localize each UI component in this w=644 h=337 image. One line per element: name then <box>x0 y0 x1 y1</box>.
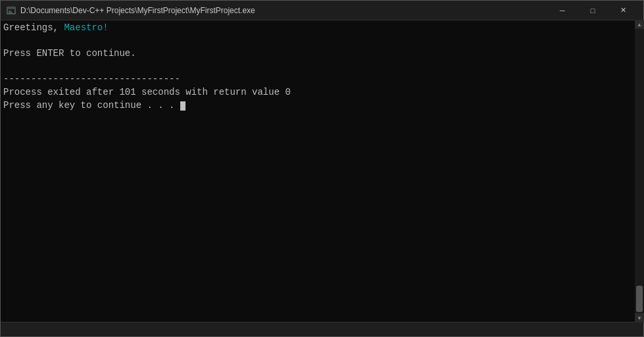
titlebar: D:\Documents\Dev-C++ Projects\MyFirstPro… <box>1 1 643 20</box>
separator-line: -------------------------------- <box>3 73 641 86</box>
console-output: Greetings, Maestro! Press ENTER to conti… <box>1 20 643 322</box>
scrollbar-thumb[interactable] <box>636 286 643 312</box>
svg-rect-1 <box>7 7 15 9</box>
cursor <box>180 101 186 111</box>
window-icon <box>6 5 16 16</box>
minimize-button[interactable]: ─ <box>547 1 578 20</box>
press-any-key-line: Press any key to continue . . . <box>3 99 641 113</box>
console-window: D:\Documents\Dev-C++ Projects\MyFirstPro… <box>0 0 644 337</box>
close-button[interactable]: ✕ <box>608 1 638 20</box>
scrollbar[interactable]: ▲ ▼ <box>635 20 644 323</box>
press-enter-line: Press ENTER to continue. <box>3 47 641 61</box>
window-controls: ─ □ ✕ <box>547 1 638 20</box>
maximize-button[interactable]: □ <box>578 1 608 20</box>
scrollbar-down-arrow[interactable]: ▼ <box>635 313 644 323</box>
statusbar <box>1 322 643 336</box>
greeting-line: Greetings, Maestro! <box>3 22 641 35</box>
greeting-name: Maestro! <box>64 22 108 33</box>
scrollbar-up-arrow[interactable]: ▲ <box>635 20 644 29</box>
window-title: D:\Documents\Dev-C++ Projects\MyFirstPro… <box>20 6 547 15</box>
process-exit-line: Process exited after 101 seconds with re… <box>3 86 641 99</box>
